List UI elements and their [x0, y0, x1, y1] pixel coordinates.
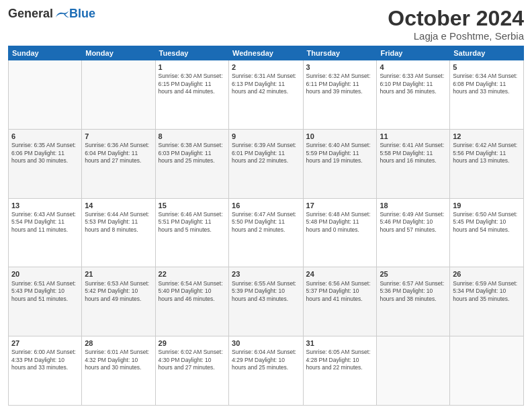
day-number: 28 — [85, 338, 152, 348]
table-row: 15Sunrise: 6:46 AM Sunset: 5:51 PM Dayli… — [155, 198, 228, 267]
day-number: 29 — [159, 338, 226, 348]
header: General Blue October 2024 Lagja e Poshtm… — [8, 7, 524, 42]
day-number: 7 — [85, 132, 152, 141]
day-number: 6 — [11, 132, 79, 141]
table-row: 4Sunrise: 6:33 AM Sunset: 6:10 PM Daylig… — [377, 60, 450, 130]
day-number: 13 — [11, 201, 79, 210]
day-info: Sunrise: 6:33 AM Sunset: 6:10 PM Dayligh… — [380, 73, 447, 95]
table-row: 5Sunrise: 6:34 AM Sunset: 6:08 PM Daylig… — [450, 60, 524, 130]
day-info: Sunrise: 6:30 AM Sunset: 6:15 PM Dayligh… — [159, 73, 226, 95]
table-row: 18Sunrise: 6:49 AM Sunset: 5:46 PM Dayli… — [377, 198, 450, 267]
header-row: Sunday Monday Tuesday Wednesday Thursday… — [9, 46, 524, 60]
table-row: 14Sunrise: 6:44 AM Sunset: 5:53 PM Dayli… — [82, 198, 155, 267]
table-row: 20Sunrise: 6:51 AM Sunset: 5:43 PM Dayli… — [9, 267, 82, 336]
day-number: 30 — [232, 338, 300, 348]
day-info: Sunrise: 6:59 AM Sunset: 5:34 PM Dayligh… — [453, 280, 521, 303]
table-row: 30Sunrise: 6:04 AM Sunset: 4:29 PM Dayli… — [229, 336, 304, 406]
day-info: Sunrise: 6:49 AM Sunset: 5:46 PM Dayligh… — [380, 211, 447, 234]
table-row: 29Sunrise: 6:02 AM Sunset: 4:30 PM Dayli… — [155, 336, 228, 406]
table-row: 23Sunrise: 6:55 AM Sunset: 5:39 PM Dayli… — [229, 267, 304, 336]
day-info: Sunrise: 6:34 AM Sunset: 6:08 PM Dayligh… — [453, 73, 521, 95]
table-row: 7Sunrise: 6:36 AM Sunset: 6:04 PM Daylig… — [82, 129, 155, 198]
day-number: 26 — [453, 269, 521, 279]
table-row: 25Sunrise: 6:57 AM Sunset: 5:36 PM Dayli… — [377, 267, 450, 336]
day-number: 17 — [306, 201, 374, 210]
col-saturday: Saturday — [450, 46, 524, 60]
calendar-table: Sunday Monday Tuesday Wednesday Thursday… — [8, 46, 524, 406]
table-row — [450, 336, 524, 406]
day-info: Sunrise: 6:32 AM Sunset: 6:11 PM Dayligh… — [306, 73, 374, 95]
table-row: 12Sunrise: 6:42 AM Sunset: 5:56 PM Dayli… — [450, 129, 524, 198]
table-row: 24Sunrise: 6:56 AM Sunset: 5:37 PM Dayli… — [303, 267, 377, 336]
day-info: Sunrise: 6:47 AM Sunset: 5:50 PM Dayligh… — [232, 211, 300, 234]
day-number: 12 — [453, 132, 521, 141]
day-info: Sunrise: 6:39 AM Sunset: 6:01 PM Dayligh… — [232, 142, 300, 165]
logo-area: General Blue — [8, 7, 95, 21]
table-row: 8Sunrise: 6:38 AM Sunset: 6:03 PM Daylig… — [155, 129, 228, 198]
day-number: 1 — [159, 62, 226, 72]
table-row — [82, 60, 155, 130]
day-info: Sunrise: 6:53 AM Sunset: 5:42 PM Dayligh… — [85, 280, 152, 303]
title-area: October 2024 Lagja e Poshtme, Serbia — [388, 7, 524, 42]
logo: General Blue — [8, 7, 95, 21]
logo-general-text: General — [8, 7, 53, 21]
table-row: 3Sunrise: 6:32 AM Sunset: 6:11 PM Daylig… — [303, 60, 377, 130]
day-info: Sunrise: 6:02 AM Sunset: 4:30 PM Dayligh… — [159, 349, 226, 371]
day-number: 19 — [453, 201, 521, 210]
day-info: Sunrise: 6:46 AM Sunset: 5:51 PM Dayligh… — [159, 211, 226, 234]
calendar-week-row: 1Sunrise: 6:30 AM Sunset: 6:15 PM Daylig… — [9, 60, 524, 130]
day-number: 31 — [306, 338, 374, 348]
table-row: 27Sunrise: 6:00 AM Sunset: 4:33 PM Dayli… — [9, 336, 82, 406]
day-number: 8 — [159, 132, 226, 141]
logo-bird-icon — [54, 8, 69, 20]
calendar-week-row: 20Sunrise: 6:51 AM Sunset: 5:43 PM Dayli… — [9, 267, 524, 336]
day-number: 9 — [232, 132, 300, 141]
table-row: 28Sunrise: 6:01 AM Sunset: 4:32 PM Dayli… — [82, 336, 155, 406]
table-row: 10Sunrise: 6:40 AM Sunset: 5:59 PM Dayli… — [303, 129, 377, 198]
day-info: Sunrise: 6:50 AM Sunset: 5:45 PM Dayligh… — [453, 211, 521, 234]
day-number: 3 — [306, 62, 374, 72]
table-row: 26Sunrise: 6:59 AM Sunset: 5:34 PM Dayli… — [450, 267, 524, 336]
page: General Blue October 2024 Lagja e Poshtm… — [0, 0, 532, 411]
table-row — [377, 336, 450, 406]
table-row: 1Sunrise: 6:30 AM Sunset: 6:15 PM Daylig… — [155, 60, 228, 130]
day-number: 2 — [232, 62, 300, 72]
location-subtitle: Lagja e Poshtme, Serbia — [388, 30, 524, 42]
day-info: Sunrise: 6:35 AM Sunset: 6:06 PM Dayligh… — [11, 142, 79, 165]
col-monday: Monday — [82, 46, 155, 60]
day-info: Sunrise: 6:38 AM Sunset: 6:03 PM Dayligh… — [159, 142, 226, 165]
day-number: 25 — [380, 269, 447, 279]
day-info: Sunrise: 6:48 AM Sunset: 5:48 PM Dayligh… — [306, 211, 374, 234]
day-number: 27 — [11, 338, 79, 348]
table-row: 19Sunrise: 6:50 AM Sunset: 5:45 PM Dayli… — [450, 198, 524, 267]
table-row: 13Sunrise: 6:43 AM Sunset: 5:54 PM Dayli… — [9, 198, 82, 267]
day-info: Sunrise: 6:57 AM Sunset: 5:36 PM Dayligh… — [380, 280, 447, 303]
table-row: 22Sunrise: 6:54 AM Sunset: 5:40 PM Dayli… — [155, 267, 228, 336]
table-row: 6Sunrise: 6:35 AM Sunset: 6:06 PM Daylig… — [9, 129, 82, 198]
day-info: Sunrise: 6:40 AM Sunset: 5:59 PM Dayligh… — [306, 142, 374, 165]
day-number: 4 — [380, 62, 447, 72]
day-info: Sunrise: 6:42 AM Sunset: 5:56 PM Dayligh… — [453, 142, 521, 165]
calendar-week-row: 27Sunrise: 6:00 AM Sunset: 4:33 PM Dayli… — [9, 336, 524, 406]
table-row — [9, 60, 82, 130]
table-row: 2Sunrise: 6:31 AM Sunset: 6:13 PM Daylig… — [229, 60, 304, 130]
day-number: 11 — [380, 132, 447, 141]
day-info: Sunrise: 6:04 AM Sunset: 4:29 PM Dayligh… — [232, 349, 300, 371]
day-info: Sunrise: 6:01 AM Sunset: 4:32 PM Dayligh… — [85, 349, 152, 371]
calendar-week-row: 13Sunrise: 6:43 AM Sunset: 5:54 PM Dayli… — [9, 198, 524, 267]
table-row: 11Sunrise: 6:41 AM Sunset: 5:58 PM Dayli… — [377, 129, 450, 198]
day-number: 21 — [85, 269, 152, 279]
table-row: 16Sunrise: 6:47 AM Sunset: 5:50 PM Dayli… — [229, 198, 304, 267]
day-number: 22 — [159, 269, 226, 279]
day-number: 18 — [380, 201, 447, 210]
col-friday: Friday — [377, 46, 450, 60]
col-tuesday: Tuesday — [155, 46, 228, 60]
logo-blue-text: Blue — [69, 7, 95, 21]
day-number: 15 — [159, 201, 226, 210]
table-row: 31Sunrise: 6:05 AM Sunset: 4:28 PM Dayli… — [303, 336, 377, 406]
day-number: 16 — [232, 201, 300, 210]
day-number: 20 — [11, 269, 79, 279]
day-info: Sunrise: 6:56 AM Sunset: 5:37 PM Dayligh… — [306, 280, 374, 303]
day-info: Sunrise: 6:31 AM Sunset: 6:13 PM Dayligh… — [232, 73, 300, 95]
col-sunday: Sunday — [9, 46, 82, 60]
